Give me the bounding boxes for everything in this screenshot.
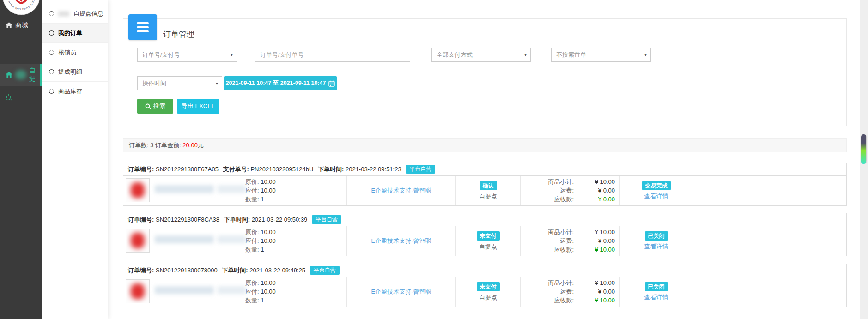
- order-filter-panel: 订单管理 订单号/支付号 ▾ 全部支付方式 ▾ 不搜索首单 ▾ 操作时间 ▾ 2…: [123, 18, 847, 126]
- pay-no-label: 支付单号:: [223, 166, 249, 173]
- customer-link[interactable]: E企盈技术支持-曾智聪: [371, 288, 431, 296]
- radio-icon: [49, 30, 54, 36]
- receivable-value: ¥ 10.00: [574, 245, 619, 254]
- order-summary-bar: 订单数: 3 订单金额: 20.00元: [123, 138, 847, 152]
- menu-sidebar: 自提点信息 我的订单 核销员 提成明细 商品库存: [42, 0, 108, 319]
- action-cell: 已关闭 查看详情: [619, 226, 775, 256]
- select-value: 全部支付方式: [437, 51, 473, 58]
- subtotal-value: ¥ 10.00: [574, 177, 619, 186]
- home-icon: [6, 22, 12, 29]
- shop-badge: 平台自营: [310, 266, 340, 275]
- product-thumbnail[interactable]: [126, 178, 150, 202]
- product-cell: 原价: 10.00 应付: 10.00 数量: 1: [123, 226, 346, 256]
- censored-shop-name: [15, 70, 26, 79]
- order-amount-unit: 元: [198, 142, 204, 149]
- first-order-select[interactable]: 不搜索首单 ▾: [551, 48, 651, 62]
- action-cell: 交易完成 查看详情: [619, 176, 775, 205]
- pay-status-cell: 未支付 自提点: [455, 277, 520, 307]
- select-value: 不搜索首单: [556, 51, 586, 58]
- radio-icon: [49, 50, 54, 55]
- product-cell: 原价: 10.00 应付: 10.00 数量: 1: [123, 176, 346, 205]
- search-icon: [145, 103, 151, 109]
- sidebar-item-pickup-info[interactable]: 自提点信息: [42, 4, 108, 24]
- order-row: 原价: 10.00 应付: 10.00 数量: 1 E企盈技术支持-曾智聪 未支…: [123, 277, 846, 307]
- censored-product-name: [155, 235, 214, 243]
- customer-link[interactable]: E企盈技术支持-曾智聪: [371, 187, 431, 195]
- order-header: 订单编号: SN2012291300078000 下单时间: 2021-03-2…: [123, 264, 846, 277]
- censored-product-image: [131, 182, 145, 198]
- sidebar-item-pickup-point[interactable]: 自提: [0, 64, 42, 86]
- pay-method-select[interactable]: 全部支付方式 ▾: [431, 48, 531, 62]
- sidebar-item-mall[interactable]: 商城: [0, 20, 42, 30]
- collapse-menu-button[interactable]: [128, 14, 157, 40]
- menu-label: 商品库存: [58, 87, 82, 96]
- dark-sidebar: CHINA WELFARE LOTTERY 商城 自提 点: [0, 0, 42, 319]
- sidebar-item-commission-detail[interactable]: 提成明细: [42, 62, 108, 82]
- view-detail-link[interactable]: 查看详情: [644, 293, 668, 301]
- pay-no-value: PN20210322095124bU: [250, 166, 313, 173]
- keyword-input[interactable]: [255, 48, 410, 62]
- censored-product-name: [218, 235, 246, 243]
- sidebar-item-verifier[interactable]: 核销员: [42, 43, 108, 62]
- select-value: 操作时间: [142, 80, 166, 87]
- pay-status-badge: 未支付: [477, 282, 500, 291]
- customer-cell: E企盈技术支持-曾智聪: [346, 176, 455, 205]
- order-amount-label: 订单金额:: [155, 142, 181, 149]
- sidebar-item-goods-stock[interactable]: 商品库存: [42, 82, 108, 101]
- menu-label: 我的订单: [58, 29, 82, 37]
- amounts-cell: 商品小计:¥ 10.00 运费:¥ 0.00 应收款:¥ 10.00: [520, 277, 619, 307]
- calendar-icon: [328, 80, 335, 87]
- time-type-select[interactable]: 操作时间 ▾: [137, 76, 222, 90]
- hamburger-icon: [137, 22, 149, 24]
- view-detail-link[interactable]: 查看详情: [644, 242, 668, 251]
- pickup-label-wrap: 点: [6, 93, 12, 102]
- pay-status-cell: 确认 自提点: [455, 176, 520, 205]
- page-title: 订单管理: [163, 29, 194, 40]
- shop-badge: 平台自营: [406, 165, 435, 174]
- order-count-label: 订单数:: [129, 142, 149, 149]
- view-detail-link[interactable]: 查看详情: [644, 192, 668, 200]
- shipping-value: ¥ 0.00: [574, 236, 619, 245]
- price-info: 原价: 10.00 应付: 10.00 数量: 1: [245, 278, 276, 305]
- scrollbar-thumb[interactable]: [861, 134, 867, 164]
- order-time-value: 2021-03-22 09:51:23: [346, 166, 401, 173]
- pickup-label: 自提: [29, 66, 40, 83]
- export-excel-button[interactable]: 导出 EXCEL: [177, 99, 219, 114]
- order-no-value: SN2012291300078000: [156, 267, 218, 274]
- mall-label: 商城: [15, 21, 28, 30]
- product-thumbnail[interactable]: [126, 229, 150, 253]
- amounts-cell: 商品小计:¥ 10.00 运费:¥ 0.00 应收款:¥ 0.00: [520, 176, 619, 205]
- censored-product-image: [131, 283, 145, 299]
- date-range-button[interactable]: 2021-09-11 10:47 至 2021-09-11 10:47: [224, 76, 337, 90]
- order-status-badge: 交易完成: [642, 181, 671, 190]
- order-time-value: 2021-03-22 09:50:39: [252, 216, 308, 223]
- empty-cell: [775, 277, 846, 307]
- order-header: 订单编号: SN2012291300F8CA38 下单时间: 2021-03-2…: [123, 213, 846, 226]
- order-status-badge: 已关闭: [645, 282, 668, 291]
- menu-label: 提成明细: [58, 68, 82, 76]
- order-status-badge: 已关闭: [645, 231, 668, 241]
- delivery-type: 自提点: [479, 193, 497, 201]
- shop-badge: 平台自营: [312, 215, 341, 224]
- order-block: 订单编号: SN2012291300F67A05 支付单号: PN2021032…: [123, 163, 847, 206]
- vertical-scrollbar[interactable]: [860, 0, 868, 319]
- shipping-value: ¥ 0.00: [574, 186, 619, 195]
- pay-status-cell: 未支付 自提点: [455, 226, 520, 256]
- sidebar-item-my-orders[interactable]: 我的订单: [42, 24, 108, 43]
- censored-prefix: [58, 11, 69, 17]
- product-thumbnail[interactable]: [126, 279, 150, 303]
- menu-label: 自提点信息: [73, 10, 103, 18]
- radio-icon: [49, 69, 54, 74]
- empty-cell: [775, 226, 846, 256]
- radio-icon: [49, 89, 54, 94]
- price-info: 原价: 10.00 应付: 10.00 数量: 1: [245, 177, 276, 204]
- export-label: 导出 EXCEL: [182, 102, 215, 110]
- search-type-select[interactable]: 订单号/支付号 ▾: [137, 48, 237, 62]
- order-row: 原价: 10.00 应付: 10.00 数量: 1 E企盈技术支持-曾智聪 确认…: [123, 176, 846, 205]
- chevron-down-icon: ▾: [231, 48, 233, 61]
- customer-link[interactable]: E企盈技术支持-曾智聪: [371, 237, 431, 245]
- order-header: 订单编号: SN2012291300F67A05 支付单号: PN2021032…: [123, 163, 846, 176]
- subtotal-value: ¥ 10.00: [574, 228, 619, 236]
- order-block: 订单编号: SN2012291300078000 下单时间: 2021-03-2…: [123, 264, 847, 307]
- search-button[interactable]: 搜索: [137, 99, 173, 114]
